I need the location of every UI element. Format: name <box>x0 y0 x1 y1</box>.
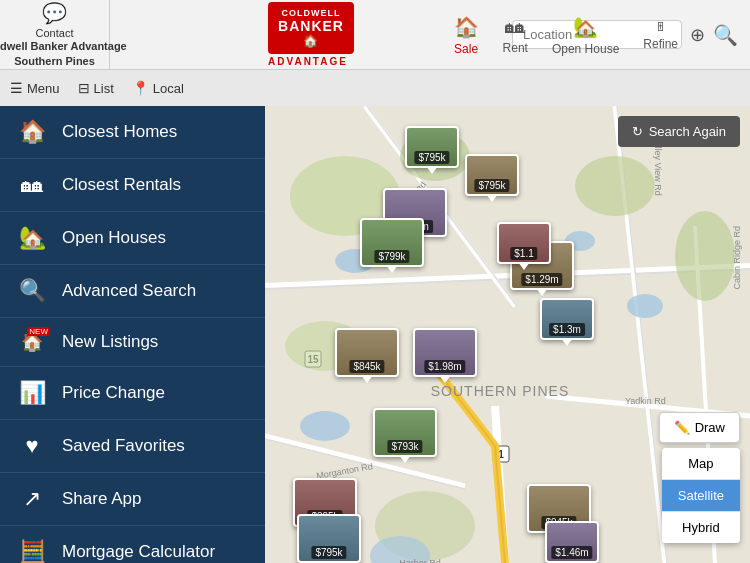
map-type-map[interactable]: Map <box>662 448 740 480</box>
svg-text:Harbor Rd: Harbor Rd <box>399 558 441 563</box>
property-thumbnail[interactable]: $1.3m <box>540 298 594 340</box>
property-thumbnail[interactable]: $845k <box>335 328 399 377</box>
list-icon: ⊟ <box>78 80 90 96</box>
map-type-satellite[interactable]: Satellite <box>662 480 740 512</box>
sidebar-label-mortgage-calculator: Mortgage Calculator <box>62 542 215 562</box>
sidebar-label-saved-favorites: Saved Favorites <box>62 436 185 456</box>
property-price: $799k <box>374 250 409 263</box>
property-thumbnail[interactable]: $795k <box>465 154 519 196</box>
map-area[interactable]: 1 15 SOUTHERN PINES Cabin Ridge Rd <box>265 106 750 563</box>
sidebar-item-price-change[interactable]: 📊 Price Change <box>0 367 265 420</box>
property-thumbnail[interactable]: $1.98m <box>413 328 477 377</box>
local-icon: 📍 <box>132 80 149 96</box>
sidebar-item-share-app[interactable]: ↗ Share App <box>0 473 265 526</box>
svg-point-25 <box>300 411 350 441</box>
sidebar-label-closest-homes: Closest Homes <box>62 122 177 142</box>
share-app-icon: ↗ <box>18 486 46 512</box>
property-thumbnail[interactable]: $799k <box>360 218 424 267</box>
sidebar-item-saved-favorites[interactable]: ♥ Saved Favorites <box>0 420 265 473</box>
sale-icon: 🏠 <box>454 15 479 39</box>
menu-label: Menu <box>27 81 60 96</box>
tab-open-house-label: Open House <box>552 42 619 56</box>
sidebar-item-open-houses[interactable]: 🏡 Open Houses <box>0 212 265 265</box>
property-thumbnail[interactable]: $1.1 <box>497 222 551 264</box>
logo-middle: BANKER <box>278 18 344 34</box>
rent-icon: 🏘 <box>505 15 525 38</box>
property-image: $795k <box>467 156 517 194</box>
contact-area[interactable]: 💬 Contact Coldwell Banker Advantage Sout… <box>0 0 110 69</box>
mortgage-calculator-icon: 🧮 <box>18 539 46 563</box>
callout-arrow <box>361 375 373 383</box>
advanced-search-icon: 🔍 <box>18 278 46 304</box>
callout-arrow <box>426 166 438 174</box>
sidebar-label-price-change: Price Change <box>62 383 165 403</box>
sidebar-item-closest-homes[interactable]: 🏠 Closest Homes <box>0 106 265 159</box>
property-price: $1.3m <box>549 323 585 336</box>
closest-rentals-icon: 🏘 <box>18 172 46 198</box>
main-content: 🏠 Closest Homes 🏘 Closest Rentals 🏡 Open… <box>0 106 750 563</box>
svg-point-19 <box>675 211 735 301</box>
logo-sub: ADVANTAGE <box>268 56 354 67</box>
refine-icon: 🎚 <box>655 20 667 34</box>
property-price: $795k <box>474 179 509 192</box>
tab-rent[interactable]: 🏘 Rent <box>491 0 540 70</box>
property-image: $795k <box>299 516 359 561</box>
draw-icon: ✏️ <box>674 420 690 435</box>
property-image: $845k <box>337 330 397 375</box>
map-type-controls: Map Satellite Hybrid <box>662 448 740 543</box>
top-tabs: 🏠 Sale 🏘 Rent 🏡 Open House 🎚 Refine <box>442 0 690 70</box>
refresh-icon: ↻ <box>632 124 643 139</box>
price-change-icon: 📊 <box>18 380 46 406</box>
tab-refine[interactable]: 🎚 Refine <box>631 0 690 70</box>
property-price: $845k <box>349 360 384 373</box>
property-price: $1.98m <box>424 360 465 373</box>
new-listings-icon: 🏠NEW <box>18 331 46 353</box>
header: 💬 Contact Coldwell Banker Advantage Sout… <box>0 0 750 70</box>
callout-arrow <box>518 262 530 270</box>
callout-arrow <box>486 194 498 202</box>
svg-text:Cabin Ridge Rd: Cabin Ridge Rd <box>732 226 742 290</box>
property-thumbnail[interactable]: $1.46m <box>545 521 599 563</box>
property-thumbnail[interactable]: $795k <box>405 126 459 168</box>
sidebar-label-closest-rentals: Closest Rentals <box>62 175 181 195</box>
sidebar-item-mortgage-calculator[interactable]: 🧮 Mortgage Calculator <box>0 526 265 563</box>
contact-label[interactable]: Contact <box>36 27 74 39</box>
menu-button[interactable]: ☰ Menu <box>10 80 60 96</box>
list-button[interactable]: ⊟ List <box>78 80 114 96</box>
sidebar-item-advanced-search[interactable]: 🔍 Advanced Search <box>0 265 265 318</box>
property-thumbnail[interactable]: $795k <box>297 514 361 563</box>
draw-button[interactable]: ✏️ Draw <box>659 412 740 443</box>
saved-favorites-icon: ♥ <box>18 433 46 459</box>
sidebar-item-closest-rentals[interactable]: 🏘 Closest Rentals <box>0 159 265 212</box>
property-price: $795k <box>311 546 346 559</box>
search-again-label: Search Again <box>649 124 726 139</box>
gps-button[interactable]: ⊕ <box>690 24 705 46</box>
callout-arrow <box>561 338 573 346</box>
property-thumbnail[interactable]: $793k <box>373 408 437 457</box>
logo-box: COLDWELL BANKER 🏠 <box>268 2 354 54</box>
svg-point-24 <box>627 294 663 318</box>
list-label: List <box>94 81 114 96</box>
tab-open-house[interactable]: 🏡 Open House <box>540 0 631 70</box>
logo-icon: 🏠 <box>303 34 318 48</box>
callout-arrow <box>399 455 411 463</box>
local-label: Local <box>153 81 184 96</box>
svg-text:SOUTHERN PINES: SOUTHERN PINES <box>431 383 569 399</box>
search-again-button[interactable]: ↻ Search Again <box>618 116 740 147</box>
closest-homes-icon: 🏠 <box>18 119 46 145</box>
search-button[interactable]: 🔍 <box>713 23 738 47</box>
subnav: ☰ Menu ⊟ List 📍 Local <box>0 70 750 106</box>
tab-sale[interactable]: 🏠 Sale <box>442 0 491 70</box>
svg-text:Yadkin Rd: Yadkin Rd <box>625 396 666 406</box>
svg-point-18 <box>575 156 655 216</box>
open-houses-icon: 🏡 <box>18 225 46 251</box>
sidebar-label-advanced-search: Advanced Search <box>62 281 196 301</box>
property-price: $1.46m <box>551 546 592 559</box>
sidebar-item-new-listings[interactable]: 🏠NEW New Listings <box>0 318 265 367</box>
map-type-hybrid[interactable]: Hybrid <box>662 512 740 543</box>
local-button[interactable]: 📍 Local <box>132 80 184 96</box>
tab-rent-label: Rent <box>503 41 528 55</box>
logo-top: COLDWELL <box>281 8 340 18</box>
sidebar-label-new-listings: New Listings <box>62 332 158 352</box>
property-image: $1.98m <box>415 330 475 375</box>
